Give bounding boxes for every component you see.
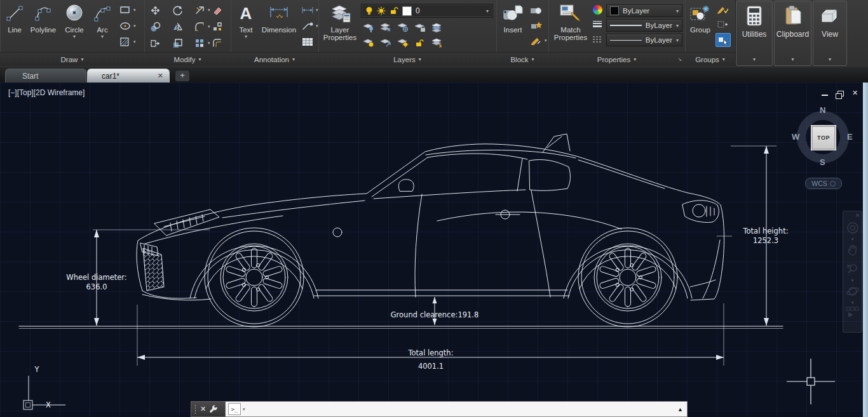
- layer-on-icon[interactable]: [365, 6, 373, 15]
- hatch-dropdown-arrow[interactable]: ▾: [133, 39, 136, 44]
- new-tab-button[interactable]: +: [175, 70, 190, 82]
- linear-dimension-dropdown-arrow[interactable]: ▾: [316, 8, 318, 13]
- navwheel-dropdown-arrow[interactable]: ▾: [851, 237, 854, 241]
- layer-dropdown-arrow[interactable]: ▾: [486, 8, 489, 14]
- layer-make-current-icon[interactable]: [379, 36, 393, 49]
- trim-icon[interactable]: [193, 4, 207, 17]
- move-icon[interactable]: [148, 4, 162, 17]
- layer-freeze-all-icon[interactable]: [396, 21, 410, 34]
- create-block-icon[interactable]: [529, 4, 543, 17]
- lineweight-icon[interactable]: [590, 18, 604, 31]
- text-dropdown-arrow[interactable]: ▾: [245, 34, 247, 39]
- wcs-dropdown[interactable]: WCS: [805, 178, 842, 189]
- hatch-icon[interactable]: [118, 36, 132, 48]
- panel-utilities[interactable]: Utilities ▾: [736, 1, 773, 66]
- insert-button[interactable]: Insert: [498, 2, 527, 51]
- command-line-grip[interactable]: ✕: [191, 401, 226, 417]
- layer-unlock-all-icon[interactable]: [413, 36, 427, 49]
- viewcube-north[interactable]: N: [820, 105, 825, 115]
- circle-dropdown-arrow[interactable]: ▾: [73, 34, 76, 39]
- utilities-expand-arrow[interactable]: ▾: [753, 56, 756, 62]
- minimize-icon[interactable]: [820, 89, 829, 97]
- stretch-icon[interactable]: [148, 37, 162, 50]
- lineweight-dropdown[interactable]: ByLayer ▾: [606, 19, 682, 32]
- layer-fade-icon[interactable]: [430, 36, 444, 49]
- linetype-icon[interactable]: [590, 34, 604, 46]
- table-icon[interactable]: [301, 36, 315, 48]
- define-attributes-icon[interactable]: [529, 34, 543, 47]
- text-button[interactable]: A Text ▾: [234, 2, 258, 51]
- layer-select-dropdown[interactable]: 0 ▾: [361, 4, 493, 18]
- erase-icon[interactable]: [211, 4, 225, 17]
- match-properties-button[interactable]: Match Properties: [551, 2, 590, 51]
- ellipse-dropdown-arrow[interactable]: ▾: [133, 23, 136, 29]
- leader-icon[interactable]: [301, 20, 315, 32]
- object-color-dropdown[interactable]: ByLayer ▾: [606, 4, 682, 17]
- tab-start[interactable]: Start: [5, 69, 86, 83]
- layer-properties-button[interactable]: Layer Properties: [321, 2, 359, 51]
- block-panel-title[interactable]: Block▾: [496, 52, 548, 66]
- leader-dropdown-arrow[interactable]: ▾: [316, 23, 318, 29]
- command-input-field[interactable]: >_ ▾ ▲: [226, 401, 688, 417]
- viewcube-west[interactable]: W: [792, 132, 799, 142]
- polyline-button[interactable]: Polyline: [28, 2, 58, 51]
- command-close-icon[interactable]: ✕: [200, 405, 206, 413]
- restore-icon[interactable]: [836, 89, 844, 97]
- rectangle-icon[interactable]: [118, 4, 132, 17]
- layer-on-off-icon[interactable]: [362, 36, 376, 49]
- attributes-dropdown-arrow[interactable]: ▾: [545, 38, 547, 43]
- layers-panel-title[interactable]: Layers▾: [318, 52, 496, 66]
- arc-button[interactable]: Arc ▾: [90, 2, 114, 51]
- tab-car1[interactable]: car1* ✕: [87, 69, 170, 83]
- group-selection-toggle[interactable]: [715, 33, 731, 47]
- ungroup-icon[interactable]: [715, 3, 729, 15]
- offset-icon[interactable]: [211, 37, 225, 50]
- layer-isolate-icon[interactable]: [362, 21, 376, 34]
- group-button[interactable]: Group: [687, 2, 714, 51]
- color-wheel-icon[interactable]: [590, 3, 604, 16]
- linear-dimension-icon[interactable]: [301, 4, 315, 17]
- customize-wrench-icon[interactable]: [209, 405, 218, 414]
- fillet-icon[interactable]: [193, 20, 207, 33]
- ellipse-icon[interactable]: [118, 20, 132, 32]
- array-icon[interactable]: [193, 37, 207, 50]
- mirror-icon[interactable]: [170, 20, 184, 33]
- layer-lock-icon[interactable]: [413, 21, 427, 34]
- line-button[interactable]: Line: [3, 2, 27, 51]
- command-input[interactable]: [247, 403, 676, 416]
- scale-icon[interactable]: [170, 37, 184, 50]
- draw-panel-title[interactable]: Draw▾: [0, 52, 144, 66]
- viewcube[interactable]: N S W E TOP: [794, 108, 852, 166]
- linetype-dropdown[interactable]: ByLayer ▾: [606, 34, 682, 46]
- viewcube-south[interactable]: S: [820, 157, 825, 167]
- view-expand-arrow[interactable]: ▾: [829, 56, 831, 62]
- drawing-canvas[interactable]: Wheel diameter: 636.0 Total height: 1252…: [0, 83, 868, 417]
- layer-unlock-icon[interactable]: [390, 6, 398, 15]
- copy-icon[interactable]: [148, 20, 162, 33]
- array-dropdown-arrow[interactable]: ▾: [208, 41, 210, 46]
- annotation-panel-title[interactable]: Annotation▾: [231, 52, 318, 66]
- viewcube-east[interactable]: E: [847, 132, 853, 142]
- trim-dropdown-arrow[interactable]: ▾: [208, 8, 210, 13]
- viewcube-top-face[interactable]: TOP: [811, 125, 836, 150]
- vertical-scrollbar[interactable]: [863, 83, 868, 417]
- navbar-close-icon[interactable]: ✕: [855, 213, 860, 218]
- circle-button[interactable]: Circle ▾: [60, 2, 89, 51]
- drag-handle-icon[interactable]: [194, 404, 197, 414]
- close-icon[interactable]: ✕: [851, 89, 859, 97]
- dimension-button[interactable]: Dimension: [259, 2, 299, 51]
- rectangle-dropdown-arrow[interactable]: ▾: [133, 8, 136, 13]
- explode-icon[interactable]: [211, 20, 225, 33]
- zoom-dropdown-arrow[interactable]: ▾: [851, 279, 854, 282]
- clipboard-expand-arrow[interactable]: ▾: [791, 56, 794, 62]
- layer-thaw-all-icon[interactable]: [396, 36, 410, 49]
- group-edit-icon[interactable]: [715, 18, 729, 30]
- groups-panel-title[interactable]: Groups▾: [685, 52, 735, 66]
- zoom-icon[interactable]: [846, 262, 860, 276]
- showmotion-icon[interactable]: [846, 307, 860, 318]
- orbit-icon[interactable]: [846, 284, 860, 298]
- pan-icon[interactable]: [846, 243, 860, 257]
- rotate-icon[interactable]: [170, 4, 184, 17]
- properties-panel-launcher[interactable]: ↘: [677, 56, 682, 62]
- modify-panel-title[interactable]: Modify▾: [144, 52, 231, 66]
